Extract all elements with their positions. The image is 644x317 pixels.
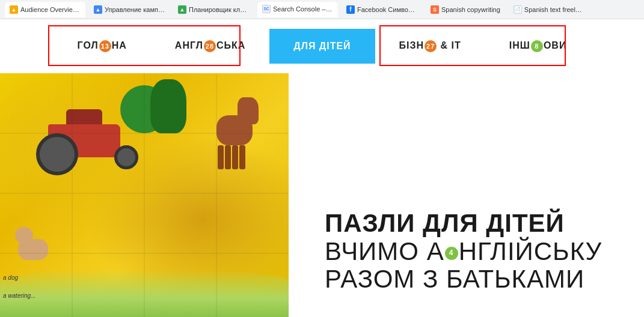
headline-sub-post: НГЛІЙСЬКУ	[459, 237, 603, 265]
puzzle-background: a dog a watering...	[0, 73, 289, 317]
nav-label-dlya-ditei: ДЛЯ ДІТЕЙ	[293, 41, 351, 51]
nav-menu: ГОЛ13НА АНГЛ28СЬКА ДЛЯ ДІТЕЙ БІЗН27 & IT…	[54, 28, 591, 64]
favicon-1: ▲	[10, 5, 18, 14]
nav-item-biznes[interactable]: БІЗН27 & IT	[375, 28, 485, 64]
favicon-6: S	[431, 5, 439, 14]
hero-image: a dog a watering...	[0, 73, 289, 317]
puzzle-grid-overlay	[0, 73, 289, 317]
nav-badge-8: 8	[531, 40, 543, 52]
tab-label-6: Spanish copywriting	[441, 6, 500, 13]
nav-badge-27: 27	[425, 40, 437, 52]
tab-label-7: Spanish text freelanc...	[524, 6, 584, 13]
nav-label-angliiska-pre: АНГЛ	[175, 40, 203, 50]
nav-item-angliiska[interactable]: АНГЛ28СЬКА	[151, 28, 269, 64]
tab-3[interactable]: ▲ Планировщик клюс...	[173, 2, 254, 17]
nav-item-dlya-ditei[interactable]: ДЛЯ ДІТЕЙ	[269, 29, 375, 64]
favicon-2: ▲	[94, 5, 102, 14]
nav-label-inshomovy-pre: ІНШ	[509, 40, 530, 50]
tab-label-4: Search Console – Ан...	[273, 5, 333, 13]
navigation: ГОЛ13НА АНГЛ28СЬКА ДЛЯ ДІТЕЙ БІЗН27 & IT…	[0, 19, 644, 73]
tab-6[interactable]: S Spanish copywriting	[426, 2, 505, 17]
headline-sub: ВЧИМО А4НГЛІЙСЬКУ	[325, 238, 608, 265]
headline-badge-4: 4	[445, 247, 458, 260]
headline-sub-pre: ВЧИМО А	[325, 237, 444, 265]
favicon-3: ▲	[178, 5, 186, 14]
browser-tab-bar: ▲ Audience Overview - ▲ Управление кампа…	[0, 0, 644, 19]
tab-4-active[interactable]: SC Search Console – Ан...	[257, 2, 338, 17]
tab-1[interactable]: ▲ Audience Overview -	[5, 2, 85, 17]
site-content: ГОЛ13НА АНГЛ28СЬКА ДЛЯ ДІТЕЙ БІЗН27 & IT…	[0, 19, 644, 317]
nav-label-inshomovy-post: ОВИ	[544, 40, 567, 50]
favicon-4: SC	[262, 5, 271, 13]
nav-badge-13: 13	[99, 40, 111, 52]
headline-line3: РАЗОМ З БАТЬКАМИ	[325, 265, 608, 293]
nav-label-holovna-post: НА	[112, 40, 127, 50]
hero-text-content: ПАЗЛИ ДЛЯ ДІТЕЙ ВЧИМО А4НГЛІЙСЬКУ РАЗОМ …	[289, 73, 644, 317]
tab-label-1: Audience Overview -	[20, 6, 81, 13]
nav-badge-28: 28	[204, 40, 216, 52]
tab-label-5: Facebook Символы:	[357, 6, 417, 13]
nav-label-biznes-post: & IT	[437, 40, 461, 50]
nav-item-inshomovy[interactable]: ІНШ8ОВИ	[485, 28, 591, 64]
tab-7[interactable]: 📄 Spanish text freelanc...	[509, 2, 589, 17]
tab-label-3: Планировщик клюс...	[189, 6, 249, 13]
nav-label-biznes-pre: БІЗН	[399, 40, 425, 50]
nav-item-holovna[interactable]: ГОЛ13НА	[54, 28, 151, 64]
nav-label-angliiska-post: СЬКА	[216, 40, 245, 50]
tab-2[interactable]: ▲ Управление кампан...	[89, 2, 170, 17]
tab-label-2: Управление кампан...	[105, 6, 165, 13]
favicon-5: f	[346, 5, 355, 14]
headline-main: ПАЗЛИ ДЛЯ ДІТЕЙ	[325, 210, 608, 237]
nav-label-holovna-pre: ГОЛ	[78, 40, 99, 50]
tab-5[interactable]: f Facebook Символы:	[342, 2, 422, 17]
favicon-7: 📄	[514, 5, 522, 14]
